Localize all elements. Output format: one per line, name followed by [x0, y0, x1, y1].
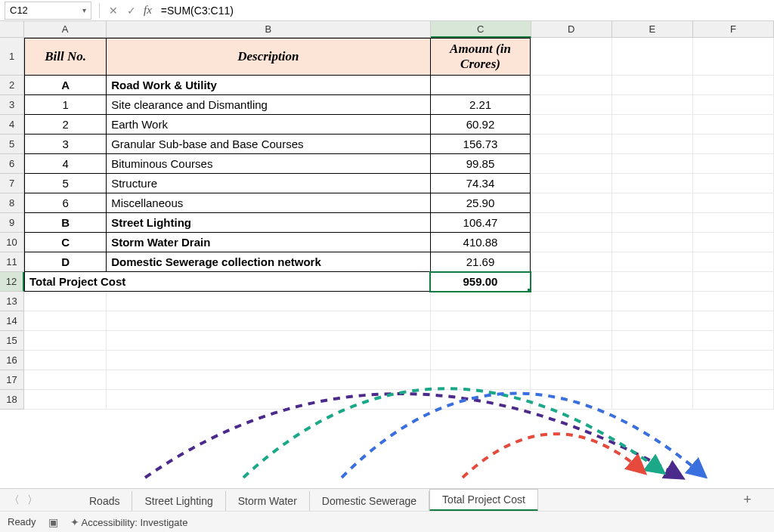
sheet-tab-roads[interactable]: Roads [77, 491, 132, 511]
cell-B6[interactable]: Bituminous Courses [107, 154, 430, 174]
cell-C8[interactable]: 25.90 [431, 193, 531, 213]
cell-C13[interactable] [431, 292, 531, 311]
cell-A17[interactable] [24, 370, 107, 390]
row-header-18[interactable]: 18 [0, 390, 24, 410]
cell-C9[interactable]: 106.47 [431, 213, 531, 233]
cell-C14[interactable] [431, 311, 531, 331]
cell-B10[interactable]: Storm Water Drain [107, 233, 430, 252]
row-header-12[interactable]: 12 [0, 272, 24, 292]
row-header-13[interactable]: 13 [0, 292, 24, 311]
cell-B18[interactable] [107, 390, 430, 410]
cell-D14[interactable] [531, 311, 611, 331]
row-header-9[interactable]: 9 [0, 213, 24, 233]
cell-D6[interactable] [531, 154, 611, 174]
cell-D10[interactable] [531, 233, 611, 252]
cell-E12[interactable] [612, 272, 693, 292]
confirm-icon[interactable]: ✓ [122, 5, 141, 17]
cell-F13[interactable] [693, 292, 774, 311]
cell-C3[interactable]: 2.21 [431, 95, 531, 115]
cell-C7[interactable]: 74.34 [431, 174, 531, 193]
cell-D9[interactable] [531, 213, 611, 233]
cell-A3[interactable]: 1 [24, 95, 107, 115]
cell-D11[interactable] [531, 252, 611, 272]
cell-D3[interactable] [531, 95, 611, 115]
cell-D15[interactable] [531, 331, 611, 351]
cell-D12[interactable] [531, 272, 611, 292]
add-sheet-button[interactable]: + [731, 492, 763, 508]
cell-A16[interactable] [24, 351, 107, 370]
cell-E18[interactable] [612, 390, 693, 410]
cell-D8[interactable] [531, 193, 611, 213]
cell-B15[interactable] [107, 331, 430, 351]
cell-E17[interactable] [612, 370, 693, 390]
cell-A13[interactable] [24, 292, 107, 311]
tab-prev-icon[interactable]: 〈 [8, 493, 21, 507]
cell-C10[interactable]: 410.88 [431, 233, 531, 252]
cell-E5[interactable] [612, 135, 693, 154]
cell-B3[interactable]: Site clearance and Dismantling [107, 95, 430, 115]
cell-F17[interactable] [693, 370, 774, 390]
cell-C12[interactable]: 959.00 [430, 272, 531, 292]
row-header-8[interactable]: 8 [0, 193, 24, 213]
cell-F11[interactable] [693, 252, 774, 272]
cell-A4[interactable]: 2 [24, 115, 107, 135]
cell-A1[interactable]: Bill No. [24, 38, 107, 76]
cell-E8[interactable] [612, 193, 693, 213]
macro-record-icon[interactable]: ▣ [48, 516, 58, 528]
cell-E1[interactable] [612, 38, 693, 76]
cell-E14[interactable] [612, 311, 693, 331]
select-all-corner[interactable] [0, 21, 24, 38]
cell-B1[interactable]: Description [107, 38, 430, 76]
cell-F3[interactable] [693, 95, 774, 115]
cell-F12[interactable] [693, 272, 774, 292]
cell-E2[interactable] [612, 76, 693, 95]
cell-A10[interactable]: C [24, 233, 107, 252]
cell-E3[interactable] [612, 95, 693, 115]
cell-E13[interactable] [612, 292, 693, 311]
col-header-E[interactable]: E [612, 21, 693, 38]
cell-F18[interactable] [693, 390, 774, 410]
cell-F1[interactable] [693, 38, 774, 76]
cell-A12[interactable]: Total Project Cost [24, 272, 430, 292]
cell-F7[interactable] [693, 174, 774, 193]
cell-F15[interactable] [693, 331, 774, 351]
cell-F4[interactable] [693, 115, 774, 135]
sheet-tab-street-lighting[interactable]: Street Lighting [132, 491, 225, 511]
accessibility-status[interactable]: ✦ Accessibility: Investigate [70, 516, 188, 528]
sheet-tab-total-project-cost[interactable]: Total Project Cost [429, 489, 538, 512]
row-header-3[interactable]: 3 [0, 95, 24, 115]
cell-E16[interactable] [612, 351, 693, 370]
cell-B8[interactable]: Miscellaneous [107, 193, 430, 213]
cell-E15[interactable] [612, 331, 693, 351]
cell-D1[interactable] [531, 38, 611, 76]
cell-C4[interactable]: 60.92 [431, 115, 531, 135]
row-header-4[interactable]: 4 [0, 115, 24, 135]
cell-C11[interactable]: 21.69 [431, 252, 531, 272]
row-header-17[interactable]: 17 [0, 370, 24, 390]
tab-next-icon[interactable]: 〉 [26, 493, 39, 507]
formula-input[interactable]: =SUM(C3:C11) [158, 5, 774, 17]
cell-C18[interactable] [431, 390, 531, 410]
cell-B16[interactable] [107, 351, 430, 370]
cell-E4[interactable] [612, 115, 693, 135]
row-header-5[interactable]: 5 [0, 135, 24, 154]
cell-B7[interactable]: Structure [107, 174, 430, 193]
cell-A11[interactable]: D [24, 252, 107, 272]
cell-B4[interactable]: Earth Work [107, 115, 430, 135]
cell-A5[interactable]: 3 [24, 135, 107, 154]
cell-D5[interactable] [531, 135, 611, 154]
cell-D16[interactable] [531, 351, 611, 370]
cell-B2[interactable]: Road Work & Utility [107, 76, 430, 95]
col-header-D[interactable]: D [531, 21, 612, 38]
col-header-F[interactable]: F [693, 21, 774, 38]
cell-F10[interactable] [693, 233, 774, 252]
cancel-icon[interactable]: ✕ [104, 5, 122, 17]
cell-B5[interactable]: Granular Sub-base and Base Courses [107, 135, 430, 154]
cell-C16[interactable] [431, 351, 531, 370]
cell-A15[interactable] [24, 331, 107, 351]
name-box[interactable]: C12 ▾ [5, 2, 91, 20]
row-header-10[interactable]: 10 [0, 233, 24, 252]
cell-D2[interactable] [531, 76, 611, 95]
cell-C6[interactable]: 99.85 [431, 154, 531, 174]
row-header-1[interactable]: 1 [0, 38, 24, 76]
